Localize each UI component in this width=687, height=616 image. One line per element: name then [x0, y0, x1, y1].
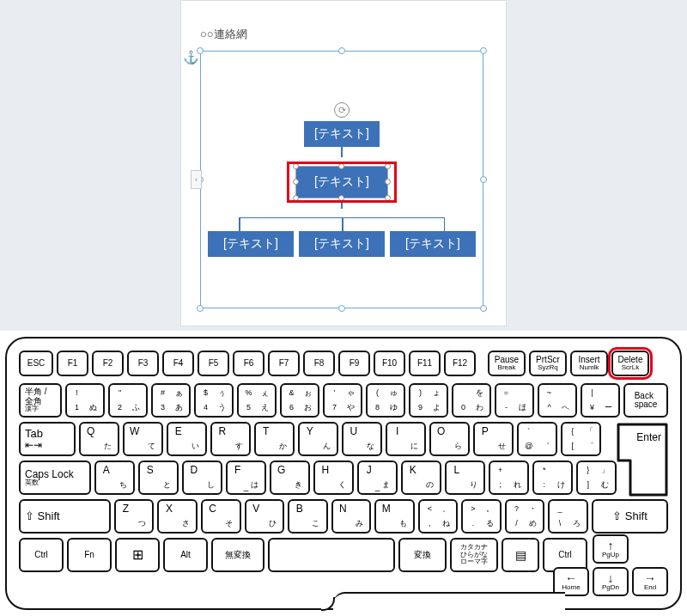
- f1-key[interactable]: F1: [57, 351, 88, 376]
- key-v[interactable]: Vひ: [245, 499, 285, 534]
- key-j[interactable]: Jま_: [357, 460, 398, 495]
- key-;[interactable]: +;れ: [489, 460, 529, 495]
- smartart-hierarchy[interactable]: ⟳ [テキスト] [テキスト]: [200, 121, 483, 257]
- key-y[interactable]: Yん: [298, 422, 338, 456]
- key-w[interactable]: Wて: [123, 422, 163, 456]
- key-f[interactable]: Fは_: [226, 460, 266, 495]
- key-/[interactable]: ?・/め: [505, 499, 545, 534]
- muhenkan-key[interactable]: 無変換: [211, 538, 264, 572]
- key-d[interactable]: Dし: [182, 460, 222, 495]
- key-g[interactable]: Gき: [270, 460, 310, 495]
- f5-key[interactable]: F5: [198, 351, 229, 376]
- key-^[interactable]: ~^へ: [538, 383, 577, 418]
- backspace-key[interactable]: Backspace: [623, 383, 668, 418]
- key-][interactable]: }」]む: [576, 460, 617, 495]
- key-3[interactable]: #ぁ3あ: [151, 383, 191, 418]
- resize-handle-bl[interactable]: [197, 305, 204, 312]
- key-2[interactable]: "2ふ: [108, 383, 148, 418]
- space-key[interactable]: [268, 538, 395, 572]
- node-handle[interactable]: [293, 179, 299, 185]
- f7-key[interactable]: F7: [268, 351, 300, 376]
- rotate-handle-icon[interactable]: ⟳: [334, 102, 350, 118]
- key-x[interactable]: Xさ: [157, 499, 198, 534]
- key-7[interactable]: 'ゃ7や: [323, 383, 362, 418]
- resize-handle-bc[interactable]: [338, 305, 345, 312]
- smartart-node-selected[interactable]: [テキスト]: [295, 166, 388, 198]
- resize-handle-tl[interactable]: [197, 47, 204, 54]
- key-n[interactable]: Nみ: [331, 499, 372, 534]
- key-b[interactable]: Bこ: [288, 499, 328, 534]
- smartart-node-top[interactable]: ⟳ [テキスト]: [304, 121, 380, 147]
- node-handle[interactable]: [385, 163, 391, 169]
- kana-key[interactable]: カタカナひらがなローマ字: [450, 538, 498, 572]
- f3-key[interactable]: F3: [127, 351, 159, 376]
- pause-key[interactable]: PauseBreak: [488, 351, 526, 376]
- f8-key[interactable]: F8: [303, 351, 335, 376]
- key-1[interactable]: !1ぬ: [65, 383, 105, 418]
- key-p[interactable]: Pせ: [473, 422, 514, 456]
- key-h[interactable]: Hく: [313, 460, 354, 495]
- f11-key[interactable]: F11: [409, 351, 441, 376]
- key-s[interactable]: Sと: [138, 460, 179, 495]
- insert-key[interactable]: InsertNumlk: [570, 351, 608, 376]
- key-9[interactable]: )ょ9よ: [409, 383, 448, 418]
- key-:[interactable]: *:け: [532, 460, 573, 495]
- menu-key[interactable]: ▤: [502, 538, 539, 572]
- shift-right-key[interactable]: ⇧ Shift: [592, 499, 668, 534]
- alt-key[interactable]: Alt: [163, 538, 208, 572]
- hankaku-zenkaku-key[interactable]: 半角 /全角漢字: [19, 383, 62, 418]
- key-,[interactable]: <、,ね: [418, 499, 459, 534]
- key-.[interactable]: >。.る: [461, 499, 502, 534]
- arrow-down-key[interactable]: ↓ PgDn: [593, 567, 629, 596]
- smartart-node-bottom[interactable]: [テキスト]: [299, 231, 385, 257]
- f12-key[interactable]: F12: [444, 351, 476, 376]
- key-@[interactable]: `@゛: [517, 422, 557, 456]
- arrow-right-key[interactable]: → End: [632, 567, 668, 596]
- node-handle[interactable]: [293, 195, 299, 201]
- f6-key[interactable]: F6: [233, 351, 264, 376]
- enter-key[interactable]: Enter: [617, 423, 668, 497]
- key-\[interactable]: _\ろ: [548, 499, 588, 534]
- key-i[interactable]: Iに: [386, 422, 426, 456]
- resize-handle-tr[interactable]: [480, 47, 487, 54]
- node-handle[interactable]: [338, 195, 344, 201]
- key-¥[interactable]: |¥ー: [581, 383, 620, 418]
- smartart-node-bottom[interactable]: [テキスト]: [208, 231, 294, 257]
- node-handle[interactable]: [385, 179, 391, 185]
- key--[interactable]: =-ほ: [495, 383, 534, 418]
- f10-key[interactable]: F10: [374, 351, 405, 376]
- key-e[interactable]: Eい: [167, 422, 207, 456]
- delete-key[interactable]: DeleteScrLk: [611, 351, 649, 376]
- key-k[interactable]: Kの: [401, 460, 441, 495]
- capslock-key[interactable]: Caps Lock英数: [19, 460, 91, 495]
- key-u[interactable]: Uな: [342, 422, 382, 456]
- windows-key[interactable]: ⊞: [115, 538, 160, 572]
- f4-key[interactable]: F4: [162, 351, 194, 376]
- key-q[interactable]: Qた: [79, 422, 119, 456]
- tab-key[interactable]: Tab⇤⇥: [19, 422, 76, 456]
- smartart-node-bottom[interactable]: [テキスト]: [390, 231, 476, 257]
- key-6[interactable]: &ぉ6お: [280, 383, 319, 418]
- f2-key[interactable]: F2: [92, 351, 124, 376]
- node-handle[interactable]: [385, 195, 391, 201]
- key-z[interactable]: Zつ: [114, 499, 155, 534]
- f9-key[interactable]: F9: [338, 351, 370, 376]
- key-[[interactable]: {「[゜: [561, 422, 601, 456]
- key-m[interactable]: Mも: [374, 499, 415, 534]
- key-c[interactable]: Cそ: [201, 499, 241, 534]
- arrow-up-key[interactable]: ↑ PgUp: [593, 534, 629, 564]
- node-handle[interactable]: [338, 163, 344, 169]
- key-l[interactable]: Lり: [445, 460, 485, 495]
- key-8[interactable]: (ゅ8ゆ: [366, 383, 405, 418]
- key-4[interactable]: $ぅ4う: [194, 383, 234, 418]
- resize-handle-br[interactable]: [480, 305, 487, 312]
- henkan-key[interactable]: 変換: [398, 538, 447, 572]
- prtscr-key[interactable]: PrtScrSyzRq: [529, 351, 567, 376]
- resize-handle-tc[interactable]: [338, 47, 345, 54]
- key-t[interactable]: Tか: [254, 422, 295, 456]
- esc-key[interactable]: ESC: [19, 351, 53, 376]
- ctrl-left-key[interactable]: Ctrl: [19, 538, 64, 572]
- shift-left-key[interactable]: ⇧ Shift: [19, 499, 111, 534]
- key-0[interactable]: を0わ: [452, 383, 491, 418]
- key-r[interactable]: Rす: [210, 422, 251, 456]
